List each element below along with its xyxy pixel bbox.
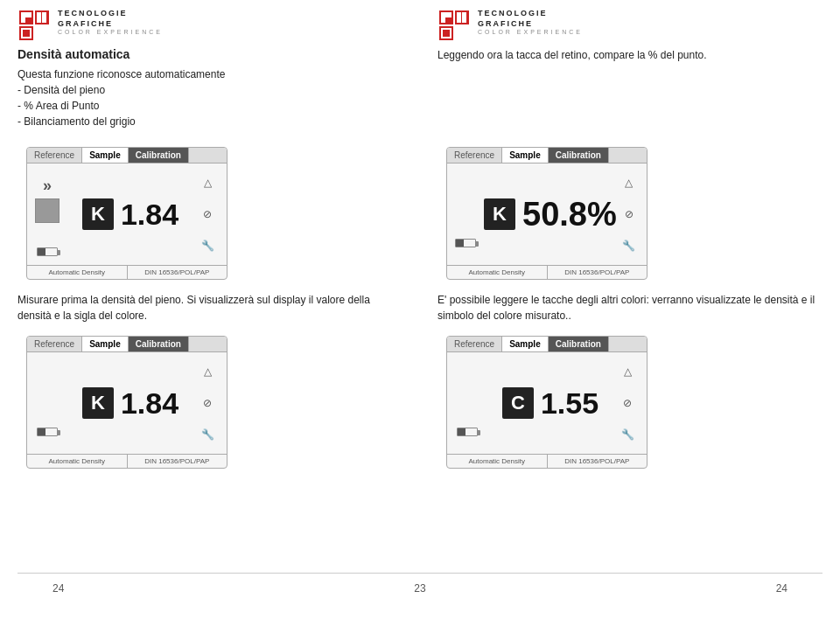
svg-rect-16 [457, 12, 461, 23]
device1-mockup: Reference Sample Calibration » [26, 147, 228, 280]
device4-body: C 1.55 △ ⊘ 🔧 [447, 352, 647, 449]
device3-body: K 1.84 △ ⊘ 🔧 [27, 352, 227, 449]
svg-rect-17 [462, 12, 466, 23]
left-description: Questa funzione riconosce automaticament… [18, 66, 420, 129]
device2-wrapper: Reference Sample Calibration K [446, 147, 822, 280]
right-col: TECNOLOGIE GRAFICHE COLOR EXPERIENCE Leg… [420, 9, 822, 138]
device4-triangle-icon: △ [617, 361, 638, 382]
device4-battery-fill [458, 428, 466, 435]
device3-left-panel [32, 358, 62, 449]
left-logo-icon [18, 9, 51, 42]
left-brand-line2: GRAFICHE [58, 19, 163, 30]
device3-center: K 1.84 [67, 358, 193, 449]
page-number-center: 23 [414, 582, 425, 595]
device4-battery [457, 428, 478, 436]
device2-footer-left: Automatic Density [447, 266, 548, 279]
page-number-center-value: 23 [414, 582, 425, 595]
device4-right-panel: △ ⊘ 🔧 [613, 358, 641, 449]
device3-footer: Automatic Density DIN 16536/POL/PAP [27, 454, 227, 468]
right-desc-block: E' possibile leggere le tacche degli alt… [438, 292, 822, 323]
right-logo-area: TECNOLOGIE GRAFICHE COLOR EXPERIENCE [438, 9, 822, 42]
device2-right-panel: △ ⊘ 🔧 [617, 169, 641, 260]
right-tagline: COLOR EXPERIENCE [478, 29, 583, 35]
device4-wrapper: Reference Sample Calibration C [446, 336, 822, 469]
device2-tab-sample[interactable]: Sample [502, 148, 549, 163]
device3-tab-reference[interactable]: Reference [27, 337, 82, 351]
device3-tab-sample[interactable]: Sample [82, 337, 129, 351]
device2-percent: 50.8% [522, 196, 617, 233]
device1-footer-right: DIN 16536/POL/PAP [128, 266, 228, 279]
svg-rect-7 [42, 12, 46, 23]
device2-tabs: Reference Sample Calibration [447, 148, 647, 163]
device1-footer-left: Automatic Density [27, 266, 128, 279]
device4-tab-reference[interactable]: Reference [447, 337, 502, 351]
left-logo-area: TECNOLOGIE GRAFICHE COLOR EXPERIENCE [18, 9, 420, 42]
device1-left-panel: » [32, 169, 62, 260]
device1-right-panel: △ ⊘ 🔧 [193, 169, 221, 260]
device4-tab-sample[interactable]: Sample [502, 337, 549, 351]
device4-footer-right: DIN 16536/POL/PAP [548, 455, 648, 468]
device2-settings-icon: 🔧 [619, 235, 640, 256]
device3-triangle-icon: △ [197, 361, 218, 382]
device1-wrapper: Reference Sample Calibration » [26, 147, 402, 280]
device4-tabs: Reference Sample Calibration [447, 337, 647, 352]
device4-reading-row: C 1.55 [502, 386, 598, 421]
right-logo-text: TECNOLOGIE GRAFICHE COLOR EXPERIENCE [478, 9, 583, 35]
bottom-left-block: Misurare prima la densità del pieno. Si … [18, 292, 402, 323]
device4-settings-icon: 🔧 [617, 424, 638, 445]
bottom-left-text: Misurare prima la densità del pieno. Si … [18, 292, 402, 323]
device2-mockup: Reference Sample Calibration K [446, 147, 648, 280]
svg-rect-6 [37, 12, 41, 23]
device2-center: K 50.8% [484, 169, 617, 260]
device4-footer: Automatic Density DIN 16536/POL/PAP [447, 454, 647, 468]
device4-circle-icon: ⊘ [617, 393, 638, 414]
device2-reading-row: K 50.8% [484, 196, 617, 233]
device1-tab-sample[interactable]: Sample [82, 148, 129, 163]
device1-tab-calibration[interactable]: Calibration [129, 148, 189, 163]
left-logo-text: TECNOLOGIE GRAFICHE COLOR EXPERIENCE [58, 9, 163, 35]
left-col: TECNOLOGIE GRAFICHE COLOR EXPERIENCE Den… [18, 9, 420, 138]
device1-tabs: Reference Sample Calibration [27, 148, 227, 163]
svg-rect-15 [441, 17, 445, 23]
svg-rect-19 [443, 30, 450, 37]
device2-tab-reference[interactable]: Reference [447, 148, 502, 163]
left-heading: Densità automatica [18, 47, 420, 61]
device3-tab-calibration[interactable]: Calibration [129, 337, 189, 351]
device2-triangle-icon: △ [619, 172, 640, 193]
right-logo-icon [438, 9, 471, 42]
device3-battery [37, 428, 58, 436]
left-main-col: Reference Sample Calibration » [18, 147, 420, 555]
svg-rect-9 [23, 30, 30, 37]
device3-mockup: Reference Sample Calibration K [26, 336, 228, 469]
device1-circle-icon: ⊘ [197, 204, 218, 225]
device2-footer: Automatic Density DIN 16536/POL/PAP [447, 265, 647, 279]
device3-color-letter: K [82, 387, 114, 419]
right-main-col: Reference Sample Calibration K [420, 147, 822, 555]
right-description: E' possibile leggere le tacche degli alt… [438, 292, 822, 323]
device4-footer-left: Automatic Density [447, 455, 548, 468]
device2-battery-fill [456, 240, 464, 247]
device3-footer-right: DIN 16536/POL/PAP [128, 455, 228, 468]
device3-circle-icon: ⊘ [197, 393, 218, 414]
device3-wrapper: Reference Sample Calibration K [26, 336, 402, 469]
device3-tabs: Reference Sample Calibration [27, 337, 227, 352]
device3-settings-icon: 🔧 [197, 424, 218, 445]
page-number-right: 24 [776, 582, 788, 595]
device1-color-letter: K [82, 198, 114, 230]
device4-tab-calibration[interactable]: Calibration [549, 337, 609, 351]
top-row: TECNOLOGIE GRAFICHE COLOR EXPERIENCE Den… [18, 9, 822, 138]
device1-value: 1.84 [121, 198, 178, 232]
device1-reading-row: K 1.84 [82, 198, 178, 232]
device1-triangle-icon: △ [197, 172, 218, 193]
device2-tab-calibration[interactable]: Calibration [549, 148, 609, 163]
device2-battery [455, 239, 476, 247]
device1-center: K 1.84 [67, 169, 193, 260]
device2-footer-right: DIN 16536/POL/PAP [548, 266, 648, 279]
device1-tab-reference[interactable]: Reference [27, 148, 82, 163]
right-heading-text: Leggendo ora la tacca del retino, compar… [438, 47, 822, 63]
main-columns: Reference Sample Calibration » [18, 147, 822, 555]
svg-rect-14 [441, 12, 452, 17]
device4-value: 1.55 [541, 386, 598, 421]
device3-footer-left: Automatic Density [27, 455, 128, 468]
device4-mockup: Reference Sample Calibration C [446, 336, 648, 469]
